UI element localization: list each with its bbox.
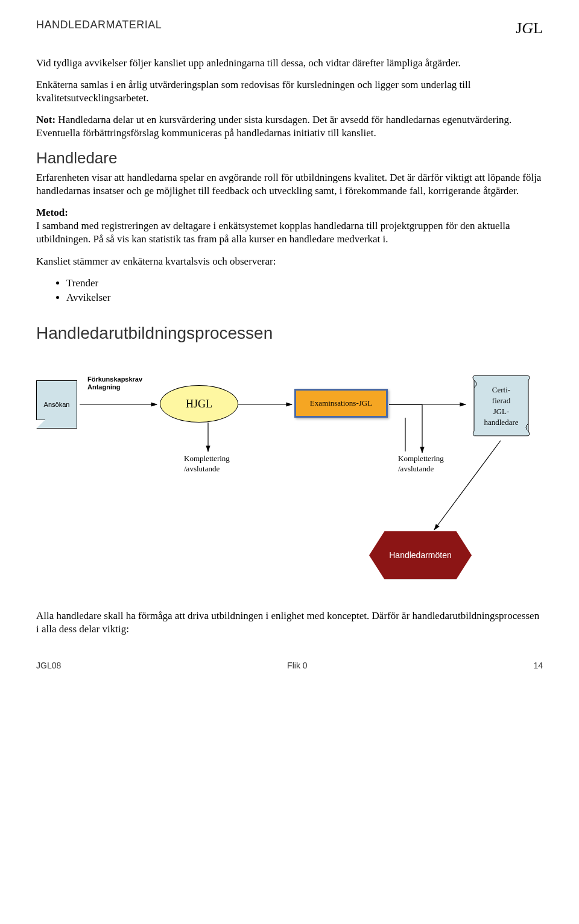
paragraph: Not: Handledarna delar ut en kursvärderi… [36,113,543,140]
node-hexagon: Handledarmöten [369,531,472,579]
note-label: Not: [36,114,55,125]
section-title-handledare: Handledare [36,148,543,169]
arrow-label-forkunskap: Förkunskapskrav Antagning [87,376,142,391]
logo-letter-l: L [533,19,543,37]
logo: JGL [516,18,543,39]
method-label: Metod: [36,207,68,218]
list-item: Avvikelser [66,291,543,304]
node-cert: Certi- fierad JGL- handledare [468,373,534,439]
list-item: Trender [66,277,543,290]
paragraph: Enkäterna samlas i en årlig utvärderings… [36,78,543,105]
method-text: I samband med registreringen av deltagar… [36,220,510,245]
node-exam-label: Examinsations-JGL [310,398,372,409]
svg-line-6 [434,441,501,530]
node-exam: Examinsations-JGL [294,389,388,418]
paragraph: Alla handledare skall ha förmåga att dri… [36,609,543,636]
footer-center: Flik 0 [287,660,307,671]
footer-right: 14 [533,660,543,671]
page-footer: JGL08 Flik 0 14 [36,660,543,671]
node-ansokan: Ansökan [36,380,77,429]
note-text: Handledarna delar ut en kursvärdering un… [36,114,511,139]
paragraph: Erfarenheten visar att handledarna spela… [36,171,543,198]
logo-letter-j: J [516,19,522,37]
node-hjgl-label: HJGL [186,397,212,411]
page-header: HANDLEDARMATERIAL JGL [36,18,543,39]
footer-left: JGL08 [36,660,61,671]
paragraph: Kansliet stämmer av enkäterna kvartalsvi… [36,255,543,268]
node-cert-label: Certi- fierad JGL- handledare [484,385,518,429]
doc-title: HANDLEDARMATERIAL [36,18,162,32]
bullet-list: Trender Avvikelser [66,277,543,304]
logo-letter-g: G [522,19,533,37]
method-block: Metod: I samband med registreringen av d… [36,206,543,246]
node-hexagon-label: Handledarmöten [389,550,452,561]
label-komplettering-2: Komplettering /avslutande [398,454,444,474]
paragraph: Vid tydliga avvikelser följer kansliet u… [36,57,543,70]
section-title-process: Handledarutbildningsprocessen [36,322,543,344]
label-komplettering-1: Komplettering /avslutande [184,454,230,474]
node-ansokan-label: Ansökan [44,400,70,409]
process-diagram: Ansökan Förkunskapskrav Antagning HJGL E… [36,362,543,597]
node-hjgl: HJGL [160,385,238,423]
